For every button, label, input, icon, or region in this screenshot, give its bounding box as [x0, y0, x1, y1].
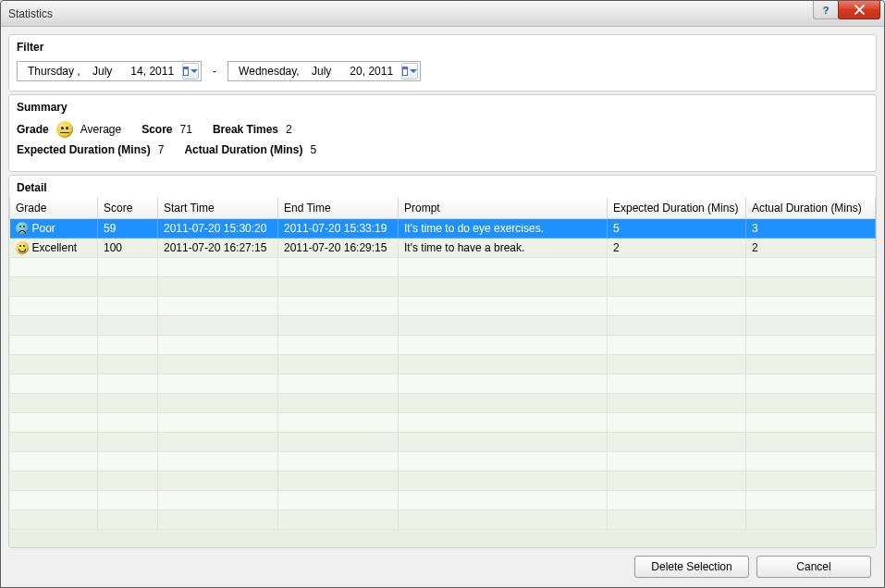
empty-cell	[746, 413, 876, 433]
empty-cell	[10, 277, 98, 297]
table-row[interactable]	[10, 452, 876, 472]
table-row[interactable]	[10, 472, 876, 491]
empty-cell	[746, 277, 876, 297]
table-row[interactable]	[10, 491, 876, 510]
empty-cell	[158, 472, 278, 491]
titlebar[interactable]: Statistics ?	[1, 1, 884, 27]
table-row[interactable]	[10, 277, 876, 297]
summary-actual-label: Actual Duration (Mins)	[184, 143, 302, 156]
table-row[interactable]	[10, 297, 876, 316]
table-row[interactable]	[10, 413, 876, 433]
empty-cell	[10, 433, 98, 452]
empty-cell	[98, 510, 158, 530]
empty-cell	[10, 355, 98, 374]
empty-cell	[746, 297, 876, 316]
empty-cell	[10, 297, 98, 316]
empty-cell	[608, 258, 746, 277]
empty-cell	[746, 452, 876, 472]
empty-cell	[278, 374, 399, 394]
empty-cell	[746, 491, 876, 510]
empty-cell	[608, 491, 746, 510]
empty-cell	[278, 433, 399, 452]
cell-actual: 2	[746, 239, 876, 258]
from-date-dropdown-button[interactable]	[182, 63, 199, 80]
summary-group: Summary Grade Average Score 71 Break Tim…	[8, 94, 877, 172]
empty-cell	[10, 394, 98, 413]
empty-cell	[98, 336, 158, 355]
empty-cell	[158, 297, 278, 316]
close-button[interactable]	[838, 1, 880, 19]
cell-start: 2011-07-20 16:27:15	[158, 239, 278, 258]
col-start[interactable]: Start Time	[158, 198, 278, 219]
calendar-icon	[183, 66, 189, 77]
filter-group: Filter Thursday , July 14, 2011 - Wednes…	[8, 34, 877, 92]
empty-cell	[746, 433, 876, 452]
col-end[interactable]: End Time	[278, 198, 399, 219]
col-score[interactable]: Score	[98, 198, 158, 219]
empty-cell	[158, 355, 278, 374]
cancel-button[interactable]: Cancel	[756, 556, 871, 578]
table-row[interactable]: Poor592011-07-20 15:30:202011-07-20 15:3…	[10, 219, 876, 239]
empty-cell	[399, 510, 608, 530]
table-row[interactable]	[10, 355, 876, 374]
table-row[interactable]	[10, 510, 876, 530]
empty-cell	[608, 355, 746, 374]
empty-cell	[158, 510, 278, 530]
empty-cell	[158, 452, 278, 472]
detail-table[interactable]: Grade Score Start Time End Time Prompt E…	[9, 198, 876, 530]
to-date-dropdown-button[interactable]	[401, 63, 418, 80]
empty-cell	[10, 510, 98, 530]
empty-cell	[746, 510, 876, 530]
col-grade[interactable]: Grade	[10, 198, 98, 219]
table-row[interactable]	[10, 433, 876, 452]
table-row[interactable]	[10, 258, 876, 277]
cell-prompt: It's time to have a break.	[399, 239, 608, 258]
empty-cell	[98, 491, 158, 510]
table-row[interactable]	[10, 336, 876, 355]
cell-actual: 3	[746, 219, 876, 239]
table-header-row[interactable]: Grade Score Start Time End Time Prompt E…	[10, 198, 876, 219]
filter-heading: Filter	[9, 35, 876, 57]
detail-heading: Detail	[9, 176, 876, 198]
help-icon: ?	[823, 5, 830, 16]
detail-table-wrap: Grade Score Start Time End Time Prompt E…	[9, 198, 876, 547]
empty-cell	[98, 433, 158, 452]
empty-cell	[10, 374, 98, 394]
empty-cell	[278, 297, 399, 316]
table-row[interactable]: Excellent1002011-07-20 16:27:152011-07-2…	[10, 239, 876, 258]
table-row[interactable]	[10, 394, 876, 413]
empty-cell	[399, 413, 608, 433]
date-range-separator: -	[211, 65, 218, 78]
empty-cell	[10, 472, 98, 491]
empty-cell	[608, 472, 746, 491]
help-button[interactable]: ?	[813, 1, 839, 19]
empty-cell	[10, 452, 98, 472]
table-row[interactable]	[10, 316, 876, 336]
close-icon	[854, 5, 865, 15]
empty-cell	[278, 491, 399, 510]
empty-cell	[399, 258, 608, 277]
from-date-value: Thursday , July 14, 2011	[23, 65, 178, 78]
empty-cell	[399, 472, 608, 491]
cell-prompt: It's time to do eye exercises.	[399, 219, 608, 239]
cell-grade: Poor	[10, 219, 98, 239]
empty-cell	[98, 316, 158, 336]
cell-expected: 5	[608, 219, 746, 239]
empty-cell	[746, 316, 876, 336]
from-date-picker[interactable]: Thursday , July 14, 2011	[17, 61, 202, 81]
table-row[interactable]	[10, 374, 876, 394]
empty-cell	[608, 374, 746, 394]
calendar-icon	[402, 66, 408, 77]
delete-selection-button[interactable]: Delete Selection	[634, 556, 749, 578]
statistics-window: Statistics ? Filter Thursday , July 14, …	[0, 0, 885, 588]
empty-cell	[98, 413, 158, 433]
col-prompt[interactable]: Prompt	[399, 198, 608, 219]
empty-cell	[10, 413, 98, 433]
summary-expected-value: 7	[158, 143, 165, 156]
cell-score: 100	[98, 239, 158, 258]
to-date-picker[interactable]: Wednesday, July 20, 2011	[227, 61, 421, 81]
empty-cell	[10, 491, 98, 510]
cell-end: 2011-07-20 16:29:15	[278, 239, 399, 258]
col-expected[interactable]: Expected Duration (Mins)	[608, 198, 746, 219]
col-actual[interactable]: Actual Duration (Mins)	[746, 198, 876, 219]
